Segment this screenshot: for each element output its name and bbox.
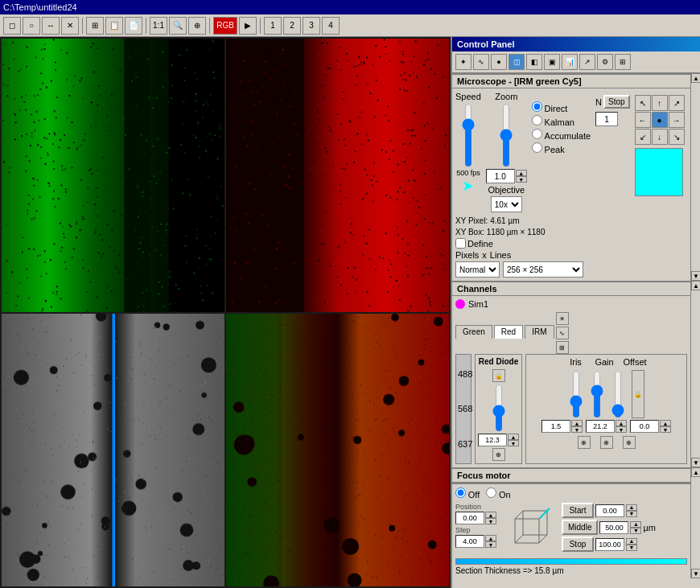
step-up[interactable]: ▲: [485, 535, 496, 541]
radio-off-label[interactable]: Off: [455, 487, 480, 500]
offset-down[interactable]: ▼: [660, 426, 671, 433]
position-up[interactable]: ▲: [485, 512, 496, 518]
cp-icon-settings[interactable]: ⚙: [597, 54, 613, 70]
channel-grid-icon[interactable]: ⊞: [556, 341, 569, 354]
scroll-up-2[interactable]: ▲: [691, 281, 700, 290]
zoom-slider[interactable]: [498, 103, 514, 167]
position-down[interactable]: ▼: [485, 518, 496, 524]
focus-stop-button[interactable]: Stop: [562, 537, 594, 552]
cp-icon-monitor[interactable]: ▣: [544, 54, 560, 70]
toolbar-tab-2[interactable]: 2: [283, 17, 301, 35]
zoom-value-input[interactable]: [486, 169, 515, 183]
toolbar-btn-close[interactable]: ✕: [61, 17, 79, 35]
panel-green[interactable]: [2, 39, 224, 312]
radio-peak[interactable]: [532, 142, 542, 153]
channel-sun-icon[interactable]: ☀: [556, 312, 569, 325]
start-value[interactable]: [595, 504, 624, 517]
zoom-up[interactable]: ▲: [516, 170, 527, 176]
gain-up[interactable]: ▲: [616, 420, 627, 426]
stop-up[interactable]: ▲: [626, 538, 637, 545]
crosshair-icon-iris[interactable]: ⊕: [578, 436, 591, 449]
red-diode-slider[interactable]: [492, 384, 506, 432]
cp-icon-wave[interactable]: ∿: [473, 54, 489, 70]
red-diode-up[interactable]: ▲: [508, 434, 519, 440]
nav-left[interactable]: ←: [635, 112, 651, 128]
scroll-down-1[interactable]: ▼: [691, 271, 700, 281]
nav-downleft[interactable]: ↙: [635, 129, 651, 145]
gain-down[interactable]: ▼: [616, 426, 627, 433]
resolution-select[interactable]: 256 × 256 512 × 512 1024 × 1024: [503, 261, 583, 278]
nav-upleft[interactable]: ↖: [635, 95, 651, 111]
cp-icon-star[interactable]: ✦: [455, 54, 471, 70]
iris-down[interactable]: ▼: [571, 426, 583, 433]
cp-icon-circle[interactable]: ●: [491, 54, 507, 70]
gain-input[interactable]: [586, 420, 615, 433]
red-diode-down[interactable]: ▼: [508, 440, 519, 446]
lock-icon-2[interactable]: 🔒: [632, 370, 644, 418]
scroll-down-3[interactable]: ▼: [691, 569, 700, 578]
nav-up[interactable]: ↑: [652, 95, 668, 111]
cp-icon-chart[interactable]: 📊: [562, 54, 578, 70]
channel-wave-icon[interactable]: ∿: [556, 327, 569, 339]
crosshair-icon-offset[interactable]: ⊕: [623, 436, 636, 449]
n-value-input[interactable]: [595, 112, 618, 126]
radio-on[interactable]: [486, 487, 496, 498]
radio-on-label[interactable]: On: [486, 487, 510, 500]
crosshair-icon-rd[interactable]: ⊕: [492, 448, 505, 461]
toolbar-btn-11[interactable]: 1:1: [150, 17, 167, 35]
toolbar-btn-open[interactable]: ○: [23, 17, 40, 35]
toolbar-btn-play[interactable]: ▶: [239, 17, 257, 35]
middle-button[interactable]: Middle: [562, 520, 598, 535]
toolbar-btn-grid[interactable]: ⊞: [86, 17, 104, 35]
nav-down[interactable]: ↓: [652, 129, 668, 145]
radio-direct-label[interactable]: Direct: [532, 101, 591, 113]
offset-input[interactable]: [630, 420, 659, 433]
radio-kalman-label[interactable]: Kalman: [532, 115, 591, 127]
offset-up[interactable]: ▲: [660, 420, 671, 426]
toolbar-btn-rgb[interactable]: RGB: [213, 17, 237, 35]
nav-right[interactable]: →: [669, 112, 685, 128]
toolbar-btn-zoom[interactable]: 🔍: [169, 17, 187, 35]
define-checkbox[interactable]: [455, 238, 466, 249]
scroll-down-2[interactable]: ▼: [691, 458, 700, 467]
objective-select[interactable]: 10x 20x 40x 60x: [491, 196, 522, 212]
step-input[interactable]: [455, 535, 484, 548]
tab-irm[interactable]: IRM: [525, 325, 554, 339]
toolbar-btn-arrow[interactable]: ↔: [42, 17, 60, 35]
offset-slider[interactable]: [611, 370, 625, 418]
scroll-track-2[interactable]: [691, 290, 700, 458]
radio-direct[interactable]: [532, 101, 542, 112]
toolbar-btn-plus[interactable]: ⊕: [188, 17, 206, 35]
radio-peak-label[interactable]: Peak: [532, 142, 591, 154]
toolbar-tab-1[interactable]: 1: [264, 17, 282, 35]
red-diode-input[interactable]: [478, 434, 507, 446]
middle-up[interactable]: ▲: [630, 521, 641, 528]
cp-icon-arrow[interactable]: ↗: [579, 54, 595, 70]
middle-down[interactable]: ▼: [630, 528, 641, 534]
scroll-track-1[interactable]: [691, 83, 700, 271]
toolbar-tab-3[interactable]: 3: [303, 17, 320, 35]
gain-slider[interactable]: [590, 370, 604, 418]
mode-select[interactable]: Normal Fast: [455, 261, 500, 278]
radio-off[interactable]: [455, 487, 466, 498]
scroll-track-3[interactable]: [691, 477, 700, 569]
toolbar-btn-paste[interactable]: 📄: [125, 17, 142, 35]
cp-icon-cube1[interactable]: ◫: [509, 54, 525, 70]
panel-gray[interactable]: [2, 314, 224, 587]
iris-input[interactable]: [541, 420, 570, 433]
start-up[interactable]: ▲: [626, 504, 637, 511]
crosshair-icon-gain[interactable]: ⊕: [600, 436, 613, 449]
scroll-up-3[interactable]: ▲: [691, 467, 700, 477]
cp-icon-cube2[interactable]: ◧: [526, 54, 542, 70]
middle-value[interactable]: [599, 521, 628, 534]
tab-red[interactable]: Red: [494, 325, 523, 339]
start-button[interactable]: Start: [562, 503, 594, 518]
panel-overlay[interactable]: [226, 314, 449, 587]
scroll-up-1[interactable]: ▲: [691, 73, 700, 83]
toolbar-btn-copy[interactable]: 📋: [105, 17, 123, 35]
nav-center[interactable]: ●: [652, 112, 668, 128]
nav-upright[interactable]: ↗: [669, 95, 685, 111]
lock-icon[interactable]: 🔒: [492, 369, 505, 382]
speed-slider[interactable]: [460, 103, 476, 167]
zoom-down[interactable]: ▼: [516, 176, 527, 183]
